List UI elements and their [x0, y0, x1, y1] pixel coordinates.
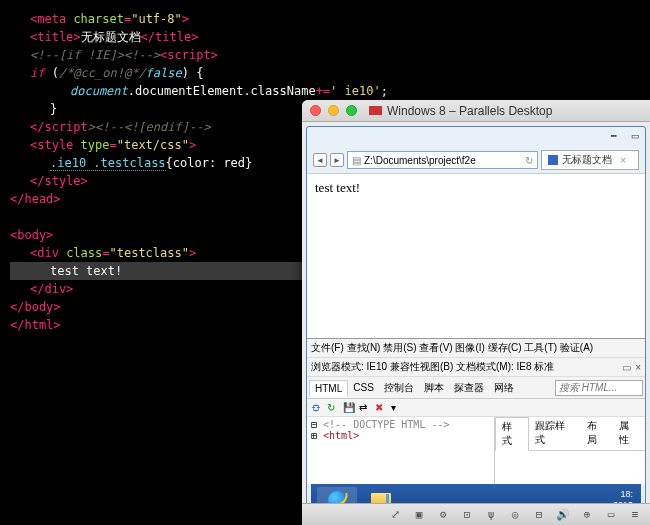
pointer-icon[interactable]: ⯐	[311, 402, 323, 414]
vm-window: Windows 8 – Parallels Desktop ━ ▭ ◄ ► ▤ …	[302, 100, 650, 525]
close-icon[interactable]	[310, 105, 321, 116]
search-input[interactable]	[555, 380, 643, 396]
page-content: test text!	[307, 173, 645, 338]
refresh-tree-icon[interactable]: ↻	[327, 402, 339, 414]
tab-console[interactable]: 控制台	[379, 379, 419, 397]
mac-titlebar[interactable]: Windows 8 – Parallels Desktop	[302, 100, 650, 122]
drive-icon[interactable]: ⊟	[532, 508, 546, 522]
usb-icon[interactable]: ψ	[484, 508, 498, 522]
mac-statusbar: ⤢ ▣ ⚙ ⊡ ψ ◎ ⊟ 🔊 ⊕ ▭ ≡	[302, 503, 650, 525]
tab-close-icon[interactable]: ×	[620, 155, 626, 166]
minimize-icon[interactable]	[328, 105, 339, 116]
forward-button[interactable]: ►	[330, 153, 344, 167]
browser-tab[interactable]: 无标题文档 ×	[541, 150, 639, 170]
favicon-icon	[548, 155, 558, 165]
more-icon[interactable]: ▾	[391, 402, 403, 414]
styletab-attrs[interactable]: 属性	[613, 417, 645, 450]
parallels-icon	[369, 106, 382, 115]
address-bar[interactable]: ▤ Z:\Documents\project\f2e ↻	[347, 151, 538, 169]
devtools-toolbar: ⯐ ↻ 💾 ⇄ ✖ ▾	[307, 399, 645, 417]
zoom-icon[interactable]	[346, 105, 357, 116]
ie-minimize-icon[interactable]: ━	[605, 129, 621, 143]
save-icon[interactable]: 💾	[343, 402, 355, 414]
devtools-tabs: HTML CSS 控制台 脚本 探查器 网络	[307, 377, 645, 399]
expand-icon[interactable]: ⤢	[388, 508, 402, 522]
volume-icon[interactable]: 🔊	[556, 508, 570, 522]
ie-maximize-icon[interactable]: ▭	[627, 129, 643, 143]
devtools-panel: 文件(F) 查找(N) 禁用(S) 查看(V) 图像(I) 缓存(C) 工具(T…	[307, 338, 645, 484]
tab-css[interactable]: CSS	[348, 380, 379, 395]
refresh-icon[interactable]: ↻	[525, 155, 533, 166]
disc-icon[interactable]: ◎	[508, 508, 522, 522]
tab-network[interactable]: 网络	[489, 379, 519, 397]
window-title: Windows 8 – Parallels Desktop	[387, 104, 552, 118]
styletab-trace[interactable]: 跟踪样式	[529, 417, 581, 450]
unpin-icon[interactable]: ▭	[622, 362, 631, 373]
picture-icon[interactable]: ▣	[412, 508, 426, 522]
tab-html[interactable]: HTML	[309, 380, 348, 397]
clear-icon[interactable]: ✖	[375, 402, 387, 414]
styles-panel: 样式 跟踪样式 布局 属性	[494, 417, 645, 484]
menu-icon[interactable]: ≡	[628, 508, 642, 522]
tab-script[interactable]: 脚本	[419, 379, 449, 397]
dom-tree[interactable]: ⊟ <!-- DOCTYPE HTML --> ⊞ <html>	[307, 417, 494, 484]
camera-icon[interactable]: ⊡	[460, 508, 474, 522]
back-button[interactable]: ◄	[313, 153, 327, 167]
gear-icon[interactable]: ⚙	[436, 508, 450, 522]
styletab-style[interactable]: 样式	[495, 417, 529, 451]
toggle-icon[interactable]: ⇄	[359, 402, 371, 414]
styletab-layout[interactable]: 布局	[581, 417, 613, 450]
ie-toolbar: ◄ ► ▤ Z:\Documents\project\f2e ↻ 无标题文档 ×	[307, 147, 645, 173]
network-icon[interactable]: ⊕	[580, 508, 594, 522]
devtools-menu[interactable]: 文件(F) 查找(N) 禁用(S) 查看(V) 图像(I) 缓存(C) 工具(T…	[307, 339, 645, 358]
devtools-close-icon[interactable]: ×	[635, 362, 641, 373]
folder-share-icon[interactable]: ▭	[604, 508, 618, 522]
ie-window: ━ ▭ ◄ ► ▤ Z:\Documents\project\f2e ↻ 无标题…	[306, 126, 646, 521]
tab-profiler[interactable]: 探查器	[449, 379, 489, 397]
file-icon: ▤	[352, 155, 361, 166]
devtools-mode-bar[interactable]: 浏览器模式: IE10 兼容性视图(B) 文档模式(M): IE8 标准 ▭×	[307, 358, 645, 377]
